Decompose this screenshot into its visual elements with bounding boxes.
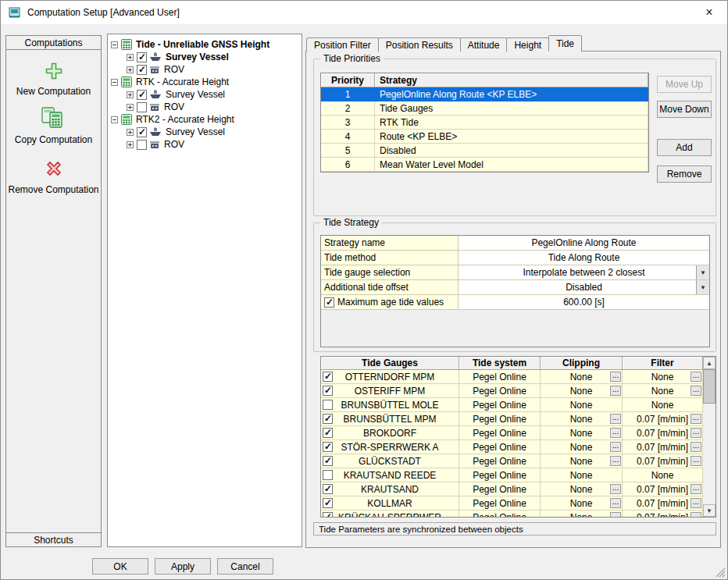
- gauge-system-cell[interactable]: Pegel Online: [459, 412, 541, 426]
- priority-cell[interactable]: 2: [321, 101, 375, 116]
- expand-icon[interactable]: [127, 129, 134, 136]
- collapse-icon[interactable]: [111, 41, 118, 48]
- gauge-name-cell[interactable]: OSTERIFF MPM: [321, 384, 459, 398]
- gauge-filter-cell[interactable]: 0.07 [m/min] ...: [623, 511, 703, 518]
- gauge-clipping-cell[interactable]: None ...: [541, 426, 623, 440]
- priority-column-header[interactable]: Priority: [321, 73, 375, 87]
- filter-ellipsis-button[interactable]: ...: [691, 498, 701, 508]
- gauge-checkbox[interactable]: [323, 484, 333, 494]
- gauge-clipping-cell[interactable]: None: [541, 398, 623, 412]
- gauge-filter-column-header[interactable]: Filter: [623, 357, 703, 370]
- gauge-filter-cell[interactable]: 0.07 [m/min] ...: [623, 426, 703, 440]
- strategy-cell[interactable]: RTK Tide: [375, 116, 648, 130]
- tree-item-label[interactable]: Survey Vessel: [166, 52, 229, 62]
- gauge-row[interactable]: BRUNSBÜTTEL MOLE Pegel Online None None: [321, 398, 703, 412]
- priority-cell[interactable]: 4: [321, 130, 375, 144]
- gauge-row[interactable]: STÖR-SPERRWERK A Pegel Online None ... 0…: [321, 440, 703, 454]
- gauge-scrollbar[interactable]: ▲ ▼: [703, 356, 716, 518]
- item-checkbox[interactable]: [137, 52, 147, 62]
- gauge-row[interactable]: OSTERIFF MPM Pegel Online None ... None …: [321, 384, 703, 398]
- gauge-system-cell[interactable]: Pegel Online: [459, 511, 541, 518]
- gauge-filter-cell[interactable]: None ...: [623, 384, 703, 398]
- strategy-cell[interactable]: Tide Gauges: [375, 101, 648, 116]
- clipping-ellipsis-button[interactable]: ...: [610, 386, 621, 396]
- tree-group-row[interactable]: RTK - Accurate Height: [111, 76, 300, 88]
- dropdown-arrow-icon[interactable]: ▼: [696, 280, 709, 294]
- strategy-cell[interactable]: Mean Water Level Model: [375, 158, 648, 172]
- strategy-cell[interactable]: PegelOnline Along Route <KP ELBE>: [375, 87, 648, 101]
- tab-position-results[interactable]: Position Results: [378, 37, 461, 52]
- gauge-row[interactable]: KRÜCKAU-SPERRWER Pegel Online None ... 0…: [321, 511, 703, 518]
- tree-group-row[interactable]: RTK2 - Accurate Height: [111, 113, 300, 126]
- tree-item-row[interactable]: Survey Vessel: [111, 126, 300, 138]
- expand-icon[interactable]: [127, 66, 134, 73]
- filter-ellipsis-button[interactable]: ...: [691, 484, 701, 494]
- gauge-checkbox[interactable]: [323, 456, 333, 466]
- priority-cell[interactable]: 5: [321, 144, 375, 158]
- gauge-system-cell[interactable]: Pegel Online: [459, 440, 541, 454]
- gauge-checkbox[interactable]: [323, 442, 333, 452]
- gauge-name-cell[interactable]: STÖR-SPERRWERK A: [321, 440, 459, 454]
- priority-cell[interactable]: 6: [321, 158, 375, 172]
- new-computation-button[interactable]: New Computation: [6, 61, 101, 97]
- filter-ellipsis-button[interactable]: ...: [691, 456, 701, 466]
- scroll-down-icon[interactable]: ▼: [703, 504, 716, 517]
- gauge-system-cell[interactable]: Pegel Online: [459, 454, 541, 468]
- clipping-ellipsis-button[interactable]: ...: [610, 428, 621, 438]
- strategy-checkbox[interactable]: [324, 297, 334, 308]
- gauge-filter-cell[interactable]: 0.07 [m/min] ...: [623, 440, 703, 454]
- gauge-filter-cell[interactable]: 0.07 [m/min] ...: [623, 496, 703, 511]
- gauge-name-cell[interactable]: KRÜCKAU-SPERRWER: [321, 511, 459, 518]
- item-checkbox[interactable]: [137, 127, 147, 137]
- dropdown-arrow-icon[interactable]: ▼: [696, 265, 709, 279]
- gauge-clipping-cell[interactable]: None ...: [541, 384, 623, 398]
- gauge-filter-cell[interactable]: None: [623, 398, 703, 412]
- gauge-row[interactable]: BROKDORF Pegel Online None ... 0.07 [m/m…: [321, 426, 703, 440]
- strategy-cell[interactable]: Disabled: [375, 144, 648, 158]
- add-button[interactable]: Add: [657, 139, 712, 156]
- gauge-clipping-cell[interactable]: None ...: [541, 454, 623, 468]
- tree-group-label[interactable]: RTK2 - Accurate Height: [136, 114, 234, 125]
- gauge-checkbox[interactable]: [323, 386, 333, 396]
- resize-grip[interactable]: [716, 568, 726, 578]
- filter-ellipsis-button[interactable]: ...: [691, 442, 701, 452]
- scroll-up-icon[interactable]: ▲: [703, 357, 716, 369]
- strategy-row-value-cell[interactable]: Interpolate between 2 closest ▼: [459, 265, 709, 279]
- gauge-name-cell[interactable]: OTTERNDORF MPM: [321, 370, 459, 384]
- tree-item-label[interactable]: ROV: [164, 64, 184, 75]
- priority-row[interactable]: 4 Route <KP ELBE>: [321, 130, 648, 144]
- clipping-ellipsis-button[interactable]: ...: [610, 498, 621, 508]
- expand-icon[interactable]: [127, 141, 134, 148]
- gauge-clipping-cell[interactable]: None ...: [541, 440, 623, 454]
- gauge-name-column-header[interactable]: Tide Gauges: [321, 357, 459, 370]
- scroll-thumb[interactable]: [703, 369, 716, 404]
- gauge-clipping-cell[interactable]: None ...: [541, 412, 623, 426]
- tree-item-label[interactable]: ROV: [164, 101, 184, 112]
- tree-item-row[interactable]: ROV: [111, 63, 300, 76]
- gauge-filter-cell[interactable]: None: [623, 468, 703, 482]
- gauge-checkbox[interactable]: [323, 512, 333, 518]
- gauge-clipping-cell[interactable]: None ...: [541, 370, 623, 384]
- gauge-name-cell[interactable]: GLÜCKSTADT: [321, 454, 459, 468]
- gauge-clipping-column-header[interactable]: Clipping: [541, 357, 623, 370]
- move-down-button[interactable]: Move Down: [657, 101, 712, 118]
- strategy-row-value-cell[interactable]: Disabled ▼: [459, 280, 709, 294]
- gauge-clipping-cell[interactable]: None ...: [541, 482, 623, 496]
- tab-position-filter[interactable]: Position Filter: [306, 37, 379, 52]
- cancel-button[interactable]: Cancel: [217, 558, 273, 575]
- filter-ellipsis-button[interactable]: ...: [691, 512, 701, 518]
- clipping-ellipsis-button[interactable]: ...: [610, 484, 621, 494]
- filter-ellipsis-button[interactable]: ...: [691, 414, 701, 424]
- gauge-checkbox[interactable]: [323, 428, 333, 438]
- strategy-column-header[interactable]: Strategy: [375, 73, 648, 87]
- tree-item-row[interactable]: ROV: [111, 138, 300, 151]
- tree-item-label[interactable]: Survey Vessel: [166, 89, 225, 100]
- gauge-system-cell[interactable]: Pegel Online: [459, 370, 541, 384]
- tree-group-label[interactable]: Tide - Unreliable GNSS Height: [136, 39, 269, 50]
- tree-item-label[interactable]: Survey Vessel: [166, 126, 225, 137]
- item-checkbox[interactable]: [137, 140, 147, 150]
- gauge-checkbox[interactable]: [323, 400, 333, 410]
- filter-ellipsis-button[interactable]: ...: [691, 428, 701, 438]
- priority-row[interactable]: 5 Disabled: [321, 144, 648, 158]
- collapse-icon[interactable]: [111, 116, 118, 123]
